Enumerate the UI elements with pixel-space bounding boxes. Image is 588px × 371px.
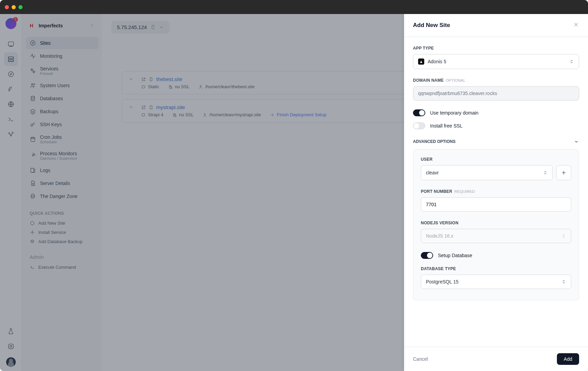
nav-server-details[interactable]: Server Details bbox=[26, 177, 98, 189]
setup-db-toggle[interactable] bbox=[421, 252, 433, 259]
nav-backups[interactable]: Backups bbox=[26, 105, 98, 118]
svg-rect-1 bbox=[9, 57, 14, 58]
window-close[interactable] bbox=[5, 5, 9, 9]
user-icon bbox=[198, 84, 203, 89]
window-maximize[interactable] bbox=[18, 5, 23, 9]
window-minimize[interactable] bbox=[12, 5, 16, 9]
nav-databases[interactable]: Databases bbox=[26, 92, 98, 105]
site-name[interactable]: mystrapi.site bbox=[156, 104, 185, 110]
rail-terminal-icon[interactable] bbox=[4, 112, 18, 126]
chevron-updown-icon bbox=[561, 234, 566, 238]
nav-system-users[interactable]: System Users bbox=[26, 79, 98, 92]
user-avatar[interactable] bbox=[6, 357, 16, 367]
chevron-down-icon[interactable] bbox=[128, 104, 134, 110]
brand-avatar[interactable]: 5 bbox=[5, 18, 16, 29]
nav-danger-zone[interactable]: The Danger Zone bbox=[26, 190, 98, 202]
add-user-button[interactable] bbox=[556, 165, 571, 180]
add-site-panel: Add New Site APP TYPE ▲ Adonis 5 DOMAIN … bbox=[404, 14, 588, 371]
gears-icon bbox=[30, 68, 36, 74]
rail-dashboard-icon[interactable] bbox=[4, 37, 18, 51]
radar-icon bbox=[30, 153, 36, 159]
chevron-down-icon bbox=[159, 25, 164, 30]
svg-point-21 bbox=[31, 222, 34, 225]
domain-label: DOMAIN NAMEOPTIONAL bbox=[413, 78, 579, 83]
admin-execute[interactable]: Execute Command bbox=[26, 263, 98, 272]
cancel-button[interactable]: Cancel bbox=[413, 356, 428, 362]
finish-deployment-link[interactable]: Finish Deployment Setup bbox=[270, 112, 326, 117]
nav-logs[interactable]: Logs bbox=[26, 164, 98, 176]
port-input[interactable] bbox=[421, 197, 571, 212]
chevron-updown-icon bbox=[569, 59, 574, 64]
nav-label: The Danger Zone bbox=[40, 194, 78, 199]
rail-servers-icon[interactable] bbox=[4, 52, 18, 66]
svg-point-19 bbox=[32, 196, 32, 196]
free-ssl-toggle[interactable] bbox=[413, 122, 425, 129]
app-type-label: APP TYPE bbox=[413, 46, 579, 51]
panel-close-button[interactable] bbox=[573, 22, 579, 29]
nav-label: Server Details bbox=[40, 181, 70, 186]
node-label: NODEJS VERSION bbox=[421, 221, 571, 225]
svg-rect-24 bbox=[150, 78, 152, 81]
user-select[interactable]: cleavr bbox=[421, 165, 553, 180]
nav-ssh-keys[interactable]: SSH Keys bbox=[26, 118, 98, 131]
clipboard-icon[interactable] bbox=[149, 77, 153, 82]
skull-icon bbox=[30, 193, 36, 199]
svg-point-17 bbox=[32, 155, 34, 156]
app-type-value: Adonis 5 bbox=[428, 59, 566, 64]
svg-rect-29 bbox=[142, 114, 145, 116]
nav-monitoring[interactable]: Monitoring bbox=[26, 50, 98, 62]
nav-label: Services bbox=[40, 66, 58, 71]
nav-sublabel: Scheduler bbox=[40, 140, 62, 144]
sidebar: H Imperfects Sites Monitoring ServicesFi… bbox=[22, 14, 102, 371]
app-type-select[interactable]: ▲ Adonis 5 bbox=[413, 54, 579, 69]
setup-db-label: Setup Database bbox=[438, 253, 472, 258]
project-name: Imperfects bbox=[39, 23, 86, 28]
site-name[interactable]: thebest.site bbox=[156, 76, 183, 82]
rail-graph-icon[interactable] bbox=[4, 128, 18, 141]
qa-add-site[interactable]: Add New Site bbox=[26, 218, 98, 228]
db-type-select[interactable]: PostgreSQL 15 bbox=[421, 275, 571, 289]
node-version-select[interactable]: NodeJS 16.x bbox=[421, 229, 571, 243]
advanced-options-toggle[interactable]: ADVANCED OPTIONS bbox=[413, 139, 579, 144]
nav-label: Cron Jobs bbox=[40, 134, 62, 140]
user-label: USER bbox=[421, 157, 571, 162]
logs-icon bbox=[30, 167, 36, 173]
temp-domain-toggle[interactable] bbox=[413, 109, 425, 116]
chevron-down-icon[interactable] bbox=[128, 76, 134, 82]
external-link-icon[interactable] bbox=[141, 105, 146, 110]
notification-badge: 5 bbox=[13, 17, 18, 22]
add-button[interactable]: Add bbox=[557, 353, 579, 365]
compass-icon bbox=[30, 221, 35, 226]
rail-deploy-icon[interactable] bbox=[4, 82, 18, 96]
layers-icon bbox=[30, 108, 36, 115]
rail-flask-icon[interactable] bbox=[4, 324, 18, 338]
rail-compass-icon[interactable] bbox=[4, 67, 18, 81]
project-selector[interactable]: H Imperfects bbox=[26, 19, 98, 32]
chevron-updown-icon bbox=[561, 279, 566, 284]
external-link-icon[interactable] bbox=[141, 77, 146, 82]
server-selector[interactable]: 5.75.245.124 bbox=[111, 21, 170, 34]
plus-icon bbox=[561, 170, 566, 175]
nav-services[interactable]: ServicesFirewall bbox=[26, 63, 98, 79]
nav-label: SSH Keys bbox=[40, 122, 62, 127]
qa-add-backup[interactable]: Add Database Backup bbox=[26, 237, 98, 246]
svg-point-27 bbox=[200, 85, 201, 87]
nav-sublabel: Firewall bbox=[40, 71, 58, 76]
activity-icon bbox=[30, 53, 36, 59]
nav-sites[interactable]: Sites bbox=[26, 37, 98, 49]
qa-install-service[interactable]: Install Service bbox=[26, 228, 98, 237]
rail-settings-icon[interactable] bbox=[4, 340, 18, 353]
rail-globe-icon[interactable] bbox=[4, 97, 18, 111]
clipboard-icon[interactable] bbox=[149, 105, 153, 110]
temp-domain-label: Use temporary domain bbox=[430, 110, 479, 116]
nav-label: Backups bbox=[40, 109, 58, 114]
chevron-updown-icon bbox=[90, 23, 94, 28]
document-icon bbox=[30, 180, 36, 186]
domain-input[interactable] bbox=[413, 86, 579, 101]
advanced-options-body: USER cleavr PORT NUMBERREQUIRED bbox=[413, 149, 579, 300]
svg-point-20 bbox=[33, 196, 34, 196]
nav-cron[interactable]: Cron JobsScheduler bbox=[26, 131, 98, 147]
admin-label: Admin bbox=[26, 254, 98, 260]
nav-process-monitors[interactable]: Process MonitorsDaemons / Supervisor bbox=[26, 148, 98, 163]
clipboard-icon[interactable] bbox=[150, 25, 156, 30]
